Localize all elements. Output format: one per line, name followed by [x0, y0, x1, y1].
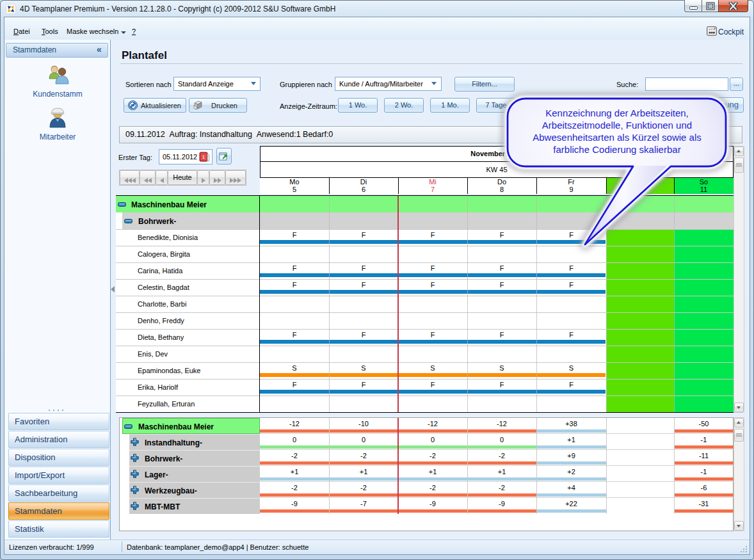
svg-text:1: 1 [202, 154, 205, 160]
